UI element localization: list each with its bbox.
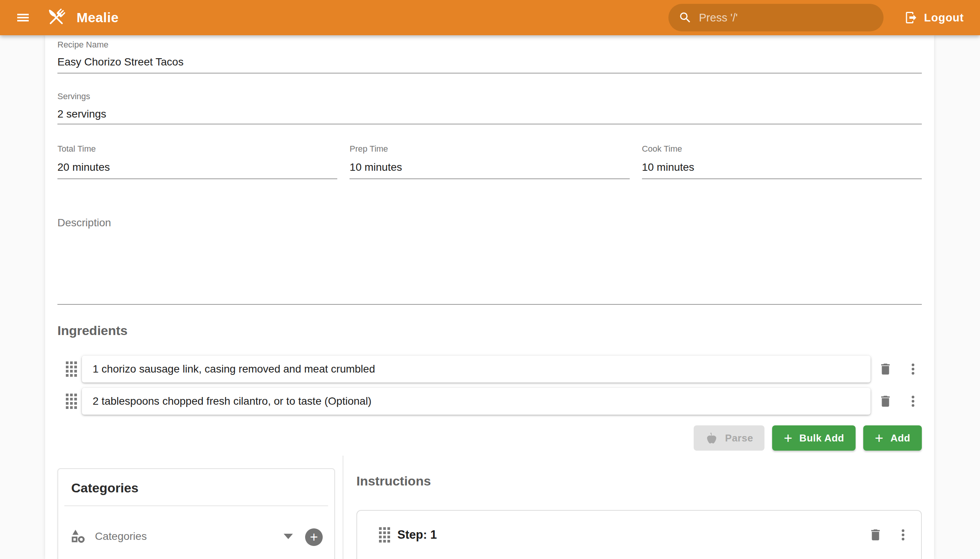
- trash-icon: [868, 528, 883, 542]
- ingredient-menu-button[interactable]: [904, 360, 922, 378]
- prep-time-field: Prep Time: [350, 144, 630, 179]
- instructions-heading: Instructions: [356, 474, 922, 489]
- mealie-logo-icon[interactable]: [45, 6, 68, 30]
- categories-title: Categories: [58, 469, 334, 495]
- trash-icon: [878, 362, 893, 376]
- instructions-column: Instructions Step: 1: [344, 456, 922, 559]
- trash-icon: [878, 394, 893, 408]
- categories-card: Categories Categories: [58, 468, 335, 559]
- recipe-name-label: Recipe Name: [58, 38, 922, 50]
- hamburger-icon: [15, 10, 31, 25]
- cook-time-label: Cook Time: [642, 144, 922, 154]
- step-header: Step: 1: [364, 526, 912, 544]
- categories-column: Categories Categories: [58, 456, 335, 559]
- add-button[interactable]: + Add: [863, 425, 922, 451]
- logout-button[interactable]: Logout: [901, 4, 968, 31]
- step-card: Step: 1 Combine crumbled chorizo and chi…: [356, 510, 922, 559]
- kebab-menu-icon: [906, 362, 920, 376]
- description-field: Description: [58, 217, 922, 305]
- drag-handle-icon[interactable]: [377, 527, 391, 542]
- prep-time-label: Prep Time: [350, 144, 630, 154]
- recipe-name-input[interactable]: [58, 56, 922, 68]
- bulk-add-button[interactable]: + Bulk Add: [772, 425, 856, 451]
- logout-label: Logout: [924, 12, 964, 24]
- ingredient-input[interactable]: [93, 363, 860, 375]
- delete-step-button[interactable]: [867, 526, 884, 544]
- search-icon: [678, 11, 692, 25]
- prep-time-input[interactable]: [350, 161, 630, 174]
- recipe-name-field: Recipe Name: [58, 38, 922, 73]
- bulk-add-label: Bulk Add: [799, 432, 844, 444]
- ingredient-row: [58, 388, 922, 415]
- ingredient-menu-button[interactable]: [904, 392, 922, 410]
- parse-label: Parse: [725, 432, 753, 444]
- total-time-label: Total Time: [58, 144, 337, 154]
- drag-handle-icon[interactable]: [64, 361, 78, 377]
- drag-handle-icon[interactable]: [64, 394, 78, 409]
- ingredient-row: [58, 356, 922, 382]
- ingredient-list: [58, 356, 922, 415]
- times-row: Total Time Prep Time Cook Time: [58, 144, 922, 179]
- kebab-menu-icon: [896, 528, 910, 542]
- step-menu-button[interactable]: [894, 526, 912, 544]
- delete-ingredient-button[interactable]: [877, 392, 894, 410]
- shapes-icon: [70, 528, 86, 544]
- add-label: Add: [891, 432, 910, 444]
- crossed-utensils-icon: [45, 6, 68, 30]
- app-title: Mealie: [76, 10, 119, 25]
- parse-button[interactable]: Parse: [694, 425, 765, 451]
- search-placeholder: Press '/': [699, 12, 738, 24]
- categories-select[interactable]: Categories: [70, 528, 296, 559]
- add-category-button[interactable]: +: [305, 528, 323, 546]
- ingredient-input-card: [82, 388, 871, 415]
- total-time-field: Total Time: [58, 144, 337, 179]
- cook-time-input[interactable]: [642, 161, 922, 174]
- app-bar: Mealie Press '/' Logout: [0, 0, 980, 35]
- categories-select-label: Categories: [95, 530, 284, 542]
- chevron-down-icon: [284, 534, 293, 539]
- kebab-menu-icon: [906, 394, 920, 408]
- delete-ingredient-button[interactable]: [877, 360, 894, 378]
- ingredient-actions: Parse + Bulk Add + Add: [58, 425, 922, 451]
- step-title: Step: 1: [397, 528, 861, 542]
- categories-body: Categories +: [58, 506, 334, 559]
- servings-label: Servings: [58, 91, 922, 101]
- search-box[interactable]: Press '/': [668, 4, 884, 31]
- ingredient-input[interactable]: [93, 395, 860, 407]
- apple-icon: [705, 432, 718, 445]
- servings-input[interactable]: [58, 108, 922, 120]
- logout-icon: [904, 11, 918, 25]
- ingredient-input-card: [82, 356, 871, 382]
- cook-time-field: Cook Time: [642, 144, 922, 179]
- hamburger-menu-button[interactable]: [11, 5, 35, 30]
- recipe-editor-card: Recipe Name Servings Total Time Prep Tim…: [45, 35, 934, 559]
- description-label: Description: [58, 217, 922, 229]
- bottom-section: Categories Categories: [58, 456, 922, 559]
- total-time-input[interactable]: [58, 161, 337, 174]
- description-textarea[interactable]: [58, 229, 922, 303]
- servings-field: Servings: [58, 91, 922, 124]
- ingredients-heading: Ingredients: [58, 323, 922, 338]
